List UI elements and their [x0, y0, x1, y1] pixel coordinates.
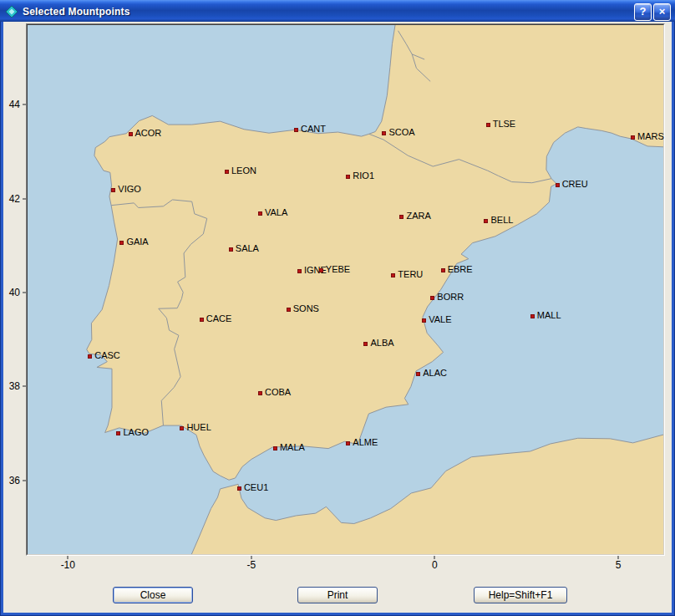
- titlebar-help-button[interactable]: ?: [634, 3, 652, 21]
- help-shortcut-button[interactable]: Help=Shift+F1: [474, 587, 567, 603]
- station-marker-icon: [129, 132, 133, 136]
- station-label: VALA: [265, 206, 287, 219]
- station-label: BORR: [437, 291, 464, 303]
- station-label: ALBA: [370, 337, 393, 349]
- y-axis-tick-label: 38: [9, 381, 20, 391]
- x-axis-tick-mark: [251, 556, 251, 559]
- station-label: SONS: [293, 303, 319, 315]
- station-label: ALME: [353, 436, 378, 449]
- print-button[interactable]: Print: [297, 587, 378, 603]
- station-marker-icon: [430, 296, 434, 300]
- y-axis-tick-label: 44: [9, 99, 20, 109]
- close-button[interactable]: Close: [113, 587, 193, 603]
- titlebar[interactable]: Selected Mountpoints ? ×: [0, 0, 675, 22]
- station-marker-icon: [441, 268, 445, 272]
- window-title: Selected Mountpoints: [23, 6, 632, 18]
- x-axis-tick-label: -10: [61, 560, 75, 570]
- station-marker-icon: [229, 247, 233, 252]
- station-label: ALAC: [423, 367, 447, 379]
- station-label: MALL: [537, 309, 561, 322]
- y-axis-tick-label: 40: [9, 288, 20, 298]
- station-label: CEU1: [244, 481, 268, 494]
- station-marker-icon: [391, 273, 395, 277]
- station-marker-icon: [399, 215, 403, 219]
- station-marker-icon: [88, 354, 92, 359]
- station-marker-icon: [556, 183, 560, 187]
- station-label: YEBE: [326, 263, 350, 276]
- map-plot: 4442403836-10-505 ACORCANTSCOATLSEMARSLE…: [26, 23, 665, 556]
- station-label: VIGO: [118, 183, 141, 196]
- app-icon[interactable]: [5, 5, 18, 18]
- station-label: CACE: [206, 313, 232, 325]
- station-label: MARS: [637, 130, 664, 143]
- station-marker-icon: [530, 314, 535, 318]
- station-marker-icon: [416, 372, 420, 376]
- station-label: SCOA: [388, 126, 414, 139]
- station-label: CREU: [562, 178, 588, 191]
- station-label: MALA: [280, 441, 305, 454]
- station-marker-icon: [287, 308, 291, 312]
- station-marker-icon: [422, 318, 426, 323]
- y-axis-tick-mark: [23, 386, 26, 387]
- station-marker-icon: [363, 342, 368, 346]
- map-area: 4442403836-10-505 ACORCANTSCOATLSEMARSLE…: [28, 25, 663, 554]
- station-label: RIO1: [353, 170, 374, 182]
- station-marker-icon: [225, 170, 229, 174]
- station-marker-icon: [486, 123, 490, 127]
- station-label: CANT: [301, 123, 326, 135]
- station-marker-icon: [200, 318, 204, 322]
- station-label: ACOR: [135, 127, 162, 140]
- station-marker-icon: [346, 175, 350, 179]
- station-label: TERU: [398, 268, 423, 281]
- station-label: GAIA: [126, 236, 148, 248]
- station-marker-icon: [258, 391, 262, 395]
- station-marker-icon: [319, 268, 323, 272]
- x-axis-tick-label: -5: [247, 560, 256, 570]
- station-label: LAGO: [123, 426, 149, 439]
- station-marker-icon: [116, 431, 120, 435]
- station-label: LEON: [231, 165, 256, 177]
- station-label: SALA: [236, 242, 259, 255]
- station-label: TLSE: [493, 118, 516, 130]
- map-plot-inner: 4442403836-10-505 ACORCANTSCOATLSEMARSLE…: [27, 24, 664, 555]
- station-marker-icon: [237, 486, 241, 491]
- titlebar-close-button[interactable]: ×: [653, 3, 671, 21]
- x-axis-tick-mark: [434, 556, 435, 559]
- station-label: VALE: [429, 313, 451, 326]
- station-label: ZARA: [406, 210, 430, 222]
- stations-layer: ACORCANTSCOATLSEMARSLEONRIO1CREUVIGOVALA…: [28, 25, 663, 554]
- station-marker-icon: [346, 441, 350, 445]
- station-marker-icon: [258, 211, 262, 216]
- dialog-window: Selected Mountpoints ? × 4442403836-10-5…: [0, 0, 675, 616]
- y-axis-tick-label: 36: [9, 476, 20, 486]
- station-label: HUEL: [186, 421, 211, 434]
- station-marker-icon: [180, 426, 184, 430]
- y-axis-tick-mark: [23, 104, 26, 105]
- x-axis-tick-label: 0: [432, 560, 438, 570]
- station-marker-icon: [119, 241, 124, 245]
- station-marker-icon: [294, 128, 298, 132]
- x-axis-tick-label: 5: [616, 560, 622, 570]
- station-label: BELL: [490, 214, 513, 227]
- x-axis-tick-mark: [68, 556, 69, 559]
- station-marker-icon: [111, 188, 115, 192]
- station-marker-icon: [273, 446, 277, 451]
- y-axis-tick-label: 42: [9, 194, 20, 204]
- y-axis-tick-mark: [23, 293, 26, 293]
- dialog-body: 4442403836-10-505 ACORCANTSCOATLSEMARSLE…: [3, 22, 672, 613]
- station-marker-icon: [631, 135, 635, 140]
- y-axis-tick-mark: [23, 480, 26, 481]
- station-marker-icon: [484, 219, 488, 223]
- x-axis-tick-mark: [617, 556, 618, 559]
- station-marker-icon: [297, 269, 302, 273]
- station-label: CASC: [94, 349, 120, 362]
- station-label: COBA: [265, 386, 291, 399]
- y-axis-tick-mark: [23, 198, 26, 199]
- station-marker-icon: [382, 131, 386, 135]
- station-label: EBRE: [448, 263, 473, 276]
